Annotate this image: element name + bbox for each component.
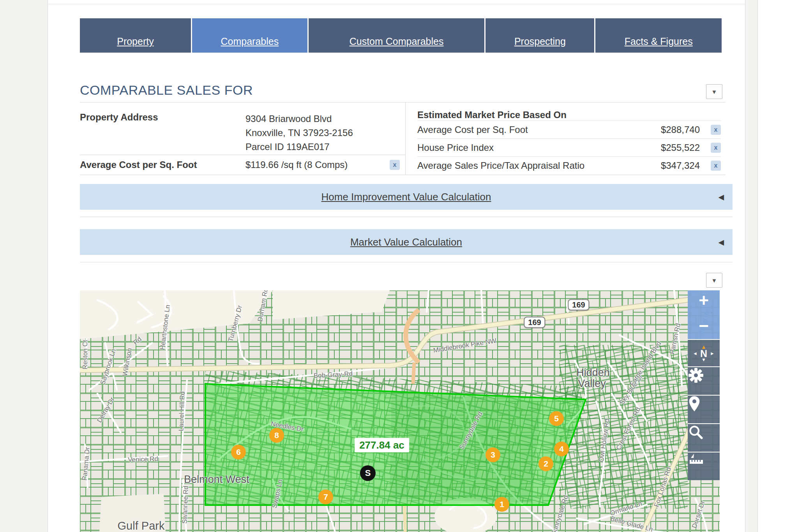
map-base — [80, 290, 720, 532]
map-location-button[interactable] — [688, 395, 720, 423]
estimate-value: $255,522 — [661, 142, 700, 153]
compass-north-label: N — [700, 349, 707, 358]
map-controls: + − ▲ ◄ N ► ▼ — [688, 290, 720, 480]
address-line: 9304 Briarwood Blvd — [245, 112, 353, 126]
property-address-label: Property Address — [80, 112, 245, 155]
estimate-row: Average Sales Price/Tax Appraisal Ratio … — [417, 156, 721, 174]
map-measure-button[interactable] — [688, 452, 720, 480]
map-section-collapse-button[interactable]: ▼ — [706, 273, 722, 288]
estimate-row: House Price Index $255,522 x — [417, 138, 721, 156]
main-tabbar: Property Comparables Custom Comparables … — [80, 18, 722, 53]
collapse-left-icon: ◀ — [718, 193, 724, 201]
tab-property[interactable]: Property — [80, 18, 191, 53]
comp-marker-8[interactable]: 8 — [269, 428, 284, 443]
market-value-calc-bar[interactable]: Market Value Calculation ◀ — [80, 229, 733, 255]
zoom-in-button[interactable]: + — [699, 293, 709, 308]
address-line: Knoxville, TN 37923-2156 — [245, 126, 353, 140]
page-scroll-gutter[interactable] — [745, 0, 758, 532]
tab-facts-figures[interactable]: Facts & Figures — [595, 18, 722, 53]
estimated-price-header: Estimated Market Price Based On — [417, 103, 721, 120]
pan-left-icon[interactable]: ◄ — [693, 349, 697, 358]
page-title: COMPARABLE SALES FOR — [80, 83, 253, 98]
comp-marker-1[interactable]: 1 — [494, 497, 509, 512]
zoom-control: + − — [688, 290, 720, 339]
comparables-map[interactable]: Hearthstone LnTurnberry DrDurham RdResto… — [80, 290, 720, 532]
page-left-margin — [0, 0, 48, 532]
divider — [80, 217, 733, 217]
estimate-value: $288,740 — [661, 124, 700, 135]
search-icon — [688, 424, 703, 440]
tab-prospecting[interactable]: Prospecting — [486, 18, 594, 53]
comp-marker-7[interactable]: 7 — [318, 490, 333, 504]
zoom-out-button[interactable]: − — [699, 318, 709, 334]
remove-estimate-button[interactable]: x — [711, 143, 721, 153]
route-169-shield: 169 — [568, 299, 589, 311]
map-settings-button[interactable] — [688, 366, 720, 395]
comp-marker-3[interactable]: 3 — [486, 447, 500, 462]
comp-marker-4[interactable]: 4 — [554, 442, 569, 456]
route-169-shield: 169 — [524, 317, 545, 328]
estimated-price-column: Estimated Market Price Based On Average … — [405, 103, 726, 175]
property-summary-column: Property Address 9304 Briarwood Blvd Kno… — [80, 103, 405, 175]
subject-property-marker[interactable]: S — [360, 465, 376, 481]
remove-estimate-button[interactable]: x — [711, 161, 721, 171]
location-pin-icon — [688, 396, 701, 412]
avg-cost-value: $119.66 /sq ft (8 Comps) — [245, 159, 390, 170]
gear-icon — [688, 367, 704, 384]
comp-marker-6[interactable]: 6 — [231, 445, 246, 460]
estimate-row: Average Cost per Sq. Foot $288,740 x — [417, 120, 721, 138]
tab-comparables[interactable]: Comparables — [192, 18, 307, 53]
map-search-button[interactable] — [688, 423, 720, 452]
comparable-sales-page: Property Comparables Custom Comparables … — [0, 0, 798, 532]
pan-down-icon[interactable]: ▼ — [701, 358, 706, 362]
chevron-down-icon: ▼ — [711, 88, 717, 95]
polygon-area-label: 277.84 ac — [355, 438, 409, 452]
section-collapse-button[interactable]: ▼ — [706, 84, 722, 99]
compass-control[interactable]: ▲ ◄ N ► ▼ — [688, 339, 720, 366]
home-improvement-calc-bar[interactable]: Home Improvement Value Calculation ◀ — [80, 184, 733, 210]
property-address-row: Property Address 9304 Briarwood Blvd Kno… — [80, 103, 405, 155]
address-line: Parcel ID 119AE017 — [245, 140, 353, 154]
avg-cost-label: Average Cost per Sq. Foot — [80, 159, 245, 170]
remove-avg-cost-button[interactable]: x — [390, 160, 400, 170]
property-address-value: 9304 Briarwood Blvd Knoxville, TN 37923-… — [245, 112, 353, 155]
estimate-value: $347,324 — [661, 160, 700, 171]
comparable-summary-table: Property Address 9304 Briarwood Blvd Kno… — [80, 102, 726, 175]
divider — [80, 262, 733, 262]
avg-cost-row: Average Cost per Sq. Foot $119.66 /sq ft… — [80, 155, 405, 175]
pan-right-icon[interactable]: ► — [710, 349, 715, 358]
page-top-divider — [48, 4, 745, 4]
comp-marker-5[interactable]: 5 — [549, 411, 564, 426]
collapse-left-icon: ◀ — [718, 238, 724, 247]
comp-marker-2[interactable]: 2 — [538, 456, 553, 471]
chevron-down-icon: ▼ — [711, 277, 717, 284]
tab-custom-comparables[interactable]: Custom Comparables — [309, 18, 485, 53]
ruler-icon — [688, 452, 705, 467]
remove-estimate-button[interactable]: x — [711, 125, 721, 135]
